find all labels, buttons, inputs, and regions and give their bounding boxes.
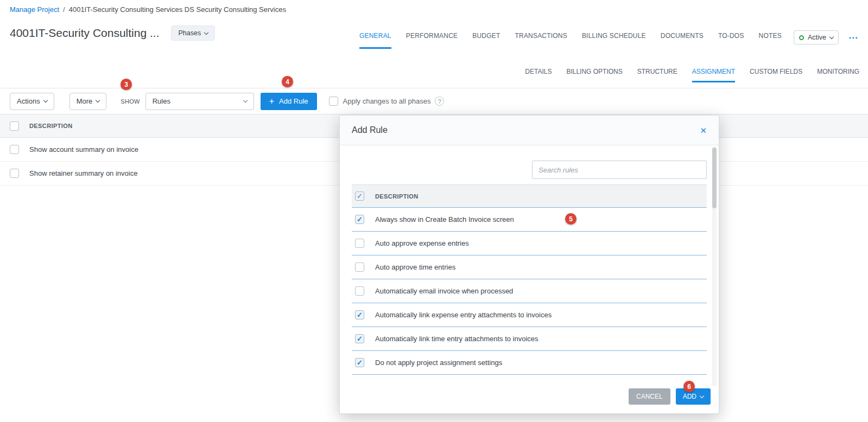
active-status-icon	[799, 35, 804, 40]
chevron-down-icon	[700, 393, 704, 398]
actions-button-label: Actions	[17, 97, 40, 105]
tab-notes[interactable]: NOTES	[759, 27, 782, 49]
modal-title: Add Rule	[352, 125, 388, 135]
chevron-down-icon	[829, 34, 834, 39]
add-button-label: ADD	[683, 393, 696, 400]
row-checkbox[interactable]	[10, 169, 19, 178]
modal-scrollbar-thumb[interactable]	[712, 148, 717, 208]
search-row	[352, 161, 707, 179]
row-label: Show account summary on invoice	[29, 145, 138, 154]
modal-header: Add Rule ✕	[340, 116, 719, 145]
rule-option-row[interactable]: Auto approve time entries	[352, 255, 707, 279]
modal-table-header: DESCRIPTION	[352, 184, 707, 208]
tab-to-dos[interactable]: TO-DOS	[718, 27, 744, 49]
actions-button[interactable]: Actions	[10, 93, 54, 110]
rule-option-row[interactable]: Automatically link time entry attachment…	[352, 327, 707, 351]
add-button[interactable]: ADD	[676, 388, 711, 405]
annotation-badge-6: 6	[683, 381, 695, 392]
tab-general[interactable]: GENERAL	[359, 27, 391, 49]
rule-label: Auto approve expense entries	[375, 239, 469, 247]
breadcrumb-current: 4001IT-Security Consulting Services DS S…	[69, 5, 286, 14]
subtab-custom-fields[interactable]: CUSTOM FIELDS	[750, 62, 802, 82]
description-column-header: DESCRIPTION	[29, 123, 73, 129]
show-filter-select[interactable]: Rules	[145, 93, 254, 110]
tab-performance[interactable]: PERFORMANCE	[406, 27, 458, 49]
subtab-monitoring[interactable]: MONITORING	[817, 62, 859, 82]
chevron-down-icon	[96, 98, 100, 103]
rule-label: Auto approve time entries	[375, 263, 455, 271]
row-checkbox[interactable]	[10, 145, 19, 154]
tab-transactions[interactable]: TRANSACTIONS	[515, 27, 567, 49]
rule-option-row[interactable]: Auto approve expense entries	[352, 232, 707, 255]
show-filter-value: Rules	[153, 97, 170, 105]
show-label: SHOW	[121, 98, 140, 105]
tab-billing-schedule[interactable]: BILLING SCHEDULE	[582, 27, 646, 49]
title-row: 4001IT-Security Consulting ... Phases GE…	[0, 17, 868, 49]
subtab-structure[interactable]: STRUCTURE	[637, 62, 677, 82]
rule-label: Automatically link expense entry attachm…	[375, 311, 552, 319]
add-rule-button-label: Add Rule	[279, 97, 308, 105]
apply-changes-label: Apply changes to all phases	[343, 97, 431, 105]
rule-label: Automatically email invoice when process…	[375, 287, 513, 295]
page: Manage Project/4001IT-Security Consultin…	[0, 0, 868, 422]
rule-checkbox[interactable]	[355, 310, 364, 319]
apply-changes-wrap: Apply changes to all phases ?	[329, 97, 445, 106]
ellipsis-menu-icon[interactable]: ⋯	[848, 33, 858, 42]
rule-label: Always show in Create Batch Invoice scre…	[375, 215, 514, 223]
modal-body: DESCRIPTION Always show in Create Batch …	[340, 145, 719, 380]
chevron-down-icon	[43, 98, 47, 103]
phases-button[interactable]: Phases	[171, 25, 215, 41]
cancel-button[interactable]: CANCEL	[629, 388, 670, 405]
search-rules-input[interactable]	[532, 161, 707, 179]
page-title: 4001IT-Security Consulting ...	[10, 27, 159, 40]
apply-changes-checkbox[interactable]	[329, 97, 338, 106]
breadcrumb-link-manage-project[interactable]: Manage Project	[10, 5, 59, 14]
phases-button-label: Phases	[178, 29, 201, 37]
annotation-badge-3: 3	[121, 79, 132, 90]
rule-checkbox[interactable]	[355, 263, 364, 272]
more-button-label: More	[77, 97, 93, 105]
subtab-billing-options[interactable]: BILLING OPTIONS	[566, 62, 622, 82]
modal-scrollbar-track	[712, 146, 717, 386]
status-label: Active	[808, 34, 826, 41]
rule-checkbox[interactable]	[355, 334, 364, 343]
subtab-assignment[interactable]: ASSIGNMENT	[692, 62, 735, 82]
annotation-badge-5: 5	[565, 213, 576, 225]
rule-checkbox[interactable]	[355, 239, 364, 248]
rule-option-row[interactable]: Automatically link expense entry attachm…	[352, 303, 707, 327]
rule-option-row-partial[interactable]	[352, 375, 707, 380]
close-icon[interactable]: ✕	[700, 126, 707, 135]
modal-footer: CANCEL ADD	[340, 380, 719, 413]
title-left: 4001IT-Security Consulting ... Phases	[10, 17, 215, 49]
tab-budget[interactable]: BUDGET	[472, 27, 500, 49]
modal-select-all-checkbox[interactable]	[355, 191, 364, 201]
plus-icon: +	[269, 97, 274, 106]
chevron-down-icon	[243, 98, 247, 103]
tab-documents[interactable]: DOCUMENTS	[661, 27, 704, 49]
add-rule-button[interactable]: +Add Rule	[261, 93, 317, 110]
modal-description-column-header: DESCRIPTION	[375, 193, 419, 200]
more-button[interactable]: More	[69, 93, 107, 110]
rule-label: Automatically link time entry attachment…	[375, 335, 538, 343]
main-tabs: GENERAL PERFORMANCE BUDGET TRANSACTIONS …	[359, 17, 782, 49]
rule-label: Do not apply project assignment settings	[375, 359, 502, 367]
rule-checkbox[interactable]	[355, 358, 364, 367]
breadcrumb: Manage Project/4001IT-Security Consultin…	[0, 0, 868, 14]
rule-option-row[interactable]: Automatically email invoice when process…	[352, 279, 707, 303]
select-all-checkbox[interactable]	[10, 122, 19, 131]
row-label: Show retainer summary on invoice	[29, 169, 137, 177]
breadcrumb-separator: /	[63, 5, 65, 14]
toolbar: Actions More SHOW Rules +Add Rule Apply …	[0, 88, 868, 114]
annotation-badge-4: 4	[282, 76, 293, 87]
chevron-down-icon	[204, 30, 208, 34]
subtab-details[interactable]: DETAILS	[525, 62, 552, 82]
status-dropdown[interactable]: Active	[794, 30, 839, 44]
rule-checkbox[interactable]	[355, 286, 364, 296]
add-rule-modal: Add Rule ✕ DESCRIPTION Always show in Cr…	[339, 115, 719, 414]
help-icon[interactable]: ?	[435, 97, 444, 106]
rule-option-row[interactable]: Do not apply project assignment settings	[352, 351, 707, 375]
rule-checkbox[interactable]	[355, 215, 364, 224]
rule-option-row[interactable]: Always show in Create Batch Invoice scre…	[352, 208, 707, 232]
